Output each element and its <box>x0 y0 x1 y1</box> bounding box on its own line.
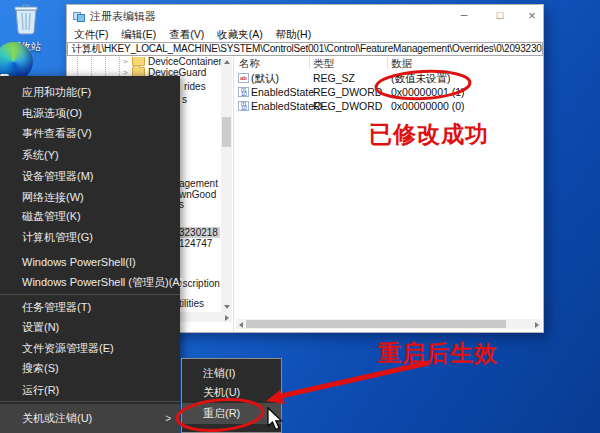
winx-menu: 应用和功能(F) 电源选项(O) 事件查看器(V) 系统(Y) 设备管理器(M)… <box>0 76 180 433</box>
menu-system[interactable]: 系统(Y) <box>0 145 180 165</box>
address-bar[interactable]: 计算机\HKEY_LOCAL_MACHINE\SYSTEM\ControlSet… <box>67 42 543 56</box>
submenu-chevron-icon: > <box>165 404 171 433</box>
submenu-shut-down[interactable]: 关机(U) <box>182 383 281 402</box>
menu-divider <box>0 401 180 402</box>
value-row-default[interactable]: ab (默认) REG_SZ (数值未设置) <box>236 71 543 85</box>
menu-task-manager[interactable]: 任务管理器(T) <box>0 297 180 317</box>
column-type[interactable]: 类型 <box>313 57 334 69</box>
reg-dword-icon: 0110 <box>238 87 249 97</box>
submenu-sign-out[interactable]: 注销(I) <box>182 364 281 383</box>
menu-file[interactable]: 文件(F) <box>74 26 108 42</box>
menu-event-viewer[interactable]: 事件查看器(V) <box>0 123 180 143</box>
column-data[interactable]: 数据 <box>391 57 412 69</box>
tree-item-fragment[interactable]: tilities <box>179 298 204 309</box>
minimize-button[interactable]: – <box>451 5 477 26</box>
menu-shutdown-signout[interactable]: 关机或注销(U) > <box>0 404 180 433</box>
scroll-up-icon <box>224 60 230 64</box>
annotation-restart-effect: 重启后生效 <box>378 338 498 369</box>
expander-icon[interactable]: > <box>123 57 132 67</box>
tree-item-fragment[interactable]: wnGood <box>179 189 216 200</box>
registry-value-list: 名称 类型 数据 ab (默认) REG_SZ (数值未设置) 0110 Ena… <box>236 57 543 332</box>
column-separator[interactable] <box>309 57 310 69</box>
tree-item-selected[interactable]: 3230218 <box>177 227 220 238</box>
desktop: 回收站 ↗ 注册表编辑器 – □ × 文件(F) 编辑(E) 查看(V) 收藏夹… <box>0 0 600 433</box>
recycle-bin-icon <box>11 3 41 35</box>
menu-disk-management[interactable]: 磁盘管理(K) <box>0 206 180 226</box>
menu-file-explorer[interactable]: 文件资源管理器(E) <box>0 338 180 358</box>
menu-run[interactable]: 运行(R) <box>0 380 180 400</box>
column-name[interactable]: 名称 <box>239 57 260 69</box>
submenu-restart[interactable]: 重启(R) <box>182 403 281 424</box>
menu-settings[interactable]: 设置(N) <box>0 317 180 337</box>
scrollbar-thumb[interactable] <box>246 320 506 328</box>
tree-item-fragment[interactable]: s <box>182 94 187 105</box>
menu-network-connections[interactable]: 网络连接(W) <box>0 187 180 207</box>
tree-item-fragment[interactable]: rides <box>184 81 206 92</box>
maximize-button[interactable]: □ <box>487 5 513 26</box>
reg-dword-icon: 0110 <box>238 101 249 111</box>
tree-item-fragment[interactable]: bscription <box>177 278 220 289</box>
menu-bar: 文件(F) 编辑(E) 查看(V) 收藏夹(A) 帮助(H) <box>67 26 543 42</box>
scroll-right-icon <box>535 322 539 328</box>
value-row-enabledstate[interactable]: 0110 EnabledState REG_DWORD 0x00000001 (… <box>236 85 543 99</box>
scroll-right-icon <box>225 315 229 321</box>
menu-power-options[interactable]: 电源选项(O) <box>0 103 180 123</box>
menu-help[interactable]: 帮助(H) <box>276 26 312 42</box>
registry-path: 计算机\HKEY_LOCAL_MACHINE\SYSTEM\ControlSet… <box>68 43 542 55</box>
close-button[interactable]: × <box>519 5 545 26</box>
menu-apps-features[interactable]: 应用和功能(F) <box>0 82 180 102</box>
window-title: 注册表编辑器 <box>90 9 156 24</box>
tree-item-fragment[interactable]: 124747 <box>179 238 212 249</box>
menu-powershell-admin[interactable]: Windows PowerShell (管理员)(A) <box>0 272 180 292</box>
reg-sz-icon: ab <box>238 73 249 83</box>
menu-divider <box>0 294 180 295</box>
annotation-modified-success: 已修改成功 <box>369 119 489 150</box>
tree-item-fragment[interactable]: agement <box>179 178 218 189</box>
menu-device-manager[interactable]: 设备管理器(M) <box>0 166 180 186</box>
list-header: 名称 类型 数据 <box>236 57 543 69</box>
shutdown-submenu: 注销(I) 关机(U) 重启(R) <box>181 358 282 433</box>
menu-search[interactable]: 搜索(S) <box>0 358 180 378</box>
value-row-enabledstateoptions[interactable]: 0110 EnabledStateO... REG_DWORD 0x000000… <box>236 99 543 113</box>
menu-favorites[interactable]: 收藏夹(A) <box>217 26 263 42</box>
scroll-left-icon <box>239 322 243 328</box>
list-horizontal-scrollbar[interactable] <box>236 319 542 329</box>
menu-edit[interactable]: 编辑(E) <box>121 26 156 42</box>
regedit-app-icon <box>73 10 85 22</box>
menu-powershell[interactable]: Windows PowerShell(I) <box>0 252 180 272</box>
scroll-down-icon <box>224 305 230 309</box>
column-separator[interactable] <box>387 57 388 69</box>
tree-vertical-scrollbar[interactable] <box>221 57 232 312</box>
menu-view[interactable]: 查看(V) <box>169 26 204 42</box>
titlebar[interactable]: 注册表编辑器 – □ × <box>67 5 543 26</box>
menu-computer-management[interactable]: 计算机管理(G) <box>0 227 180 247</box>
scrollbar-thumb[interactable] <box>222 117 231 147</box>
